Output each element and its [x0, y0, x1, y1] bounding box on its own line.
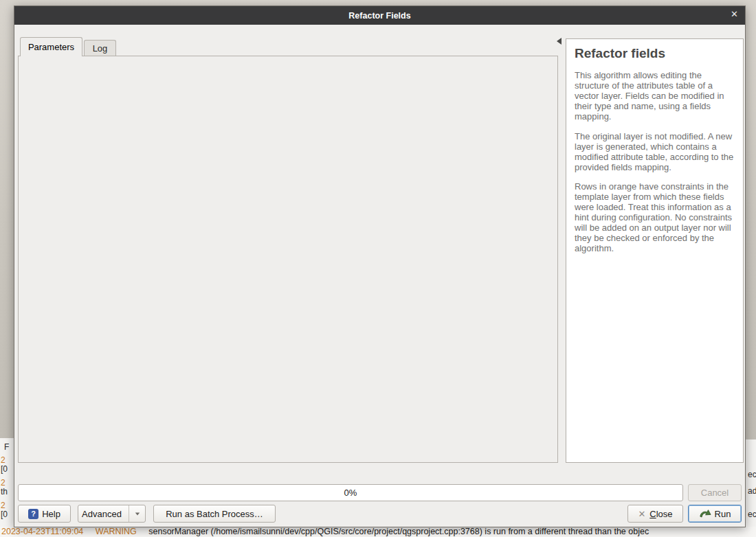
help-paragraph: This algorithm allows editing the struct…	[575, 71, 735, 122]
background-text-fragment: ad	[748, 486, 756, 496]
window-close-icon[interactable]: ✕	[731, 9, 738, 19]
chevron-down-icon[interactable]	[135, 512, 140, 515]
dialog-title: Refactor Fields	[348, 11, 410, 21]
dialog-titlebar[interactable]: Refactor Fields ✕	[14, 6, 745, 25]
parameters-pane	[18, 56, 558, 463]
progress-value: 0%	[344, 488, 357, 498]
cancel-button: Cancel	[688, 484, 742, 501]
help-icon: ?	[28, 509, 38, 519]
log-timestamp: 2023-04-23T11:09:04	[1, 527, 83, 536]
background-text-fragment: 2	[1, 478, 5, 488]
run-icon	[699, 509, 711, 519]
progress-bar: 0%	[18, 484, 683, 501]
tab-parameters[interactable]: Parameters	[20, 37, 82, 56]
advanced-button[interactable]: Advanced	[78, 505, 146, 523]
tab-parameters-label: Parameters	[28, 42, 74, 52]
background-text-fragment: 2	[1, 455, 5, 465]
close-label: Close	[649, 509, 672, 519]
background-text-fragment: ec	[748, 510, 756, 519]
run-as-batch-label: Run as Batch Process…	[166, 509, 263, 519]
close-x-icon: ✕	[638, 509, 645, 519]
log-message-line: 2023-04-23T11:09:04 WARNING sensorManage…	[0, 527, 756, 537]
run-as-batch-button[interactable]: Run as Batch Process…	[153, 505, 276, 523]
refactor-fields-dialog: Refactor Fields ✕ Parameters Log Input l…	[14, 5, 746, 527]
help-button[interactable]: ? Help	[18, 505, 71, 523]
divider	[129, 505, 129, 522]
cancel-label: Cancel	[701, 488, 729, 498]
background-text-fragment: 2	[1, 501, 5, 510]
help-paragraph: The original layer is not modified. A ne…	[575, 132, 735, 173]
algorithm-help-panel: Refactor fields This algorithm allows ed…	[566, 38, 744, 463]
log-level-badge: WARNING	[96, 527, 137, 536]
log-message-text: sensorManager (/home/ismailsunni/dev/cpp…	[148, 527, 649, 536]
help-label: Help	[42, 509, 60, 519]
background-text-fragment: [0	[1, 510, 8, 519]
background-text-fragment: [0	[1, 464, 8, 474]
desktop-background: F 2 [0 2 th 2 [0 ec ad ec 2023-04-23T11:…	[0, 0, 756, 537]
run-button[interactable]: Run	[688, 505, 742, 523]
background-text-fragment: F	[4, 442, 9, 452]
tab-log[interactable]: Log	[84, 40, 116, 56]
tab-log-label: Log	[93, 43, 108, 54]
background-text-fragment: ec	[748, 470, 756, 479]
advanced-label: Advanced	[82, 509, 122, 519]
help-title: Refactor fields	[575, 46, 735, 61]
help-paragraph: Rows in orange have constraints in the t…	[575, 182, 735, 254]
run-label: Run	[715, 509, 731, 519]
collapse-help-panel-icon[interactable]	[557, 38, 562, 45]
close-button[interactable]: ✕ Close	[627, 505, 683, 523]
background-text-fragment: th	[1, 487, 8, 496]
